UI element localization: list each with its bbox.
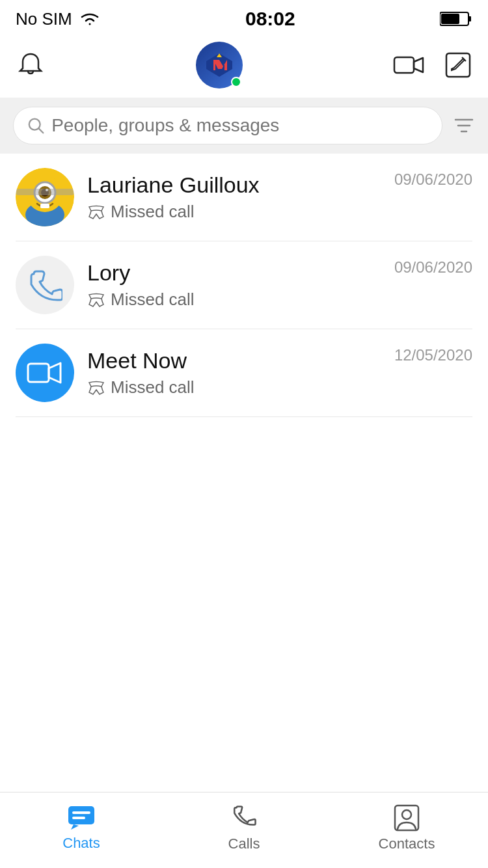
chat-status-lory: Missed call (87, 290, 381, 310)
chat-item-2[interactable]: Lory Missed call 09/06/2020 (0, 241, 488, 329)
compose-icon[interactable] (444, 51, 472, 79)
wifi-icon (79, 11, 101, 27)
app-header (0, 35, 488, 98)
svg-rect-21 (68, 806, 94, 824)
app-logo-container (196, 42, 243, 88)
chat-info-meetnow: Meet Now Missed call (87, 348, 381, 398)
missed-call-icon (87, 205, 105, 219)
svg-point-25 (402, 810, 411, 819)
battery-icon (440, 10, 472, 27)
chat-date-meetnow: 12/05/2020 (394, 344, 472, 364)
svg-rect-23 (72, 817, 85, 819)
chat-info-lory: Lory Missed call (87, 260, 381, 310)
chat-name-meetnow: Meet Now (87, 348, 381, 373)
chat-name-lory: Lory (87, 260, 381, 286)
calls-nav-label: Calls (228, 835, 260, 852)
video-avatar-icon (27, 360, 63, 386)
chats-nav-label: Chats (62, 835, 100, 852)
status-time: 08:02 (245, 8, 295, 30)
missed-call-label-lory: Missed call (111, 290, 195, 310)
header-left (16, 50, 46, 80)
divider-3 (16, 416, 472, 417)
search-container (0, 98, 488, 154)
search-icon (27, 116, 45, 135)
chat-status-meetnow: Missed call (87, 377, 381, 398)
svg-rect-2 (441, 14, 459, 24)
search-input[interactable] (51, 115, 429, 136)
carrier-info: No SIM (16, 9, 101, 29)
phone-avatar-icon (27, 267, 62, 303)
header-actions (393, 51, 472, 79)
status-bar: No SIM 08:02 (0, 0, 488, 35)
svg-rect-4 (394, 57, 414, 73)
nav-item-contacts[interactable]: Contacts (368, 804, 446, 852)
chat-item-3[interactable]: Meet Now Missed call 12/05/2020 (0, 329, 488, 416)
svg-rect-5 (446, 53, 470, 77)
chat-date-lory: 09/06/2020 (394, 256, 472, 277)
svg-rect-22 (72, 811, 90, 814)
missed-call-icon-2 (87, 293, 105, 307)
filter-icon[interactable] (453, 115, 475, 137)
teams-logo-icon (204, 49, 235, 81)
nav-item-calls[interactable]: Calls (205, 804, 283, 852)
contacts-nav-icon (394, 804, 420, 832)
missed-call-label-lauriane: Missed call (111, 202, 195, 222)
svg-rect-18 (16, 189, 74, 195)
search-bar[interactable] (13, 107, 442, 144)
calls-nav-icon (232, 804, 256, 832)
online-status-dot (231, 77, 241, 87)
bell-icon[interactable] (16, 50, 46, 80)
missed-call-icon-3 (87, 381, 105, 395)
chat-info-lauriane: Lauriane Guilloux Missed call (87, 172, 381, 222)
minion-avatar-icon (16, 168, 74, 226)
svg-rect-19 (40, 204, 49, 208)
bottom-navigation: Chats Calls Contacts (0, 792, 488, 868)
avatar-lory (16, 256, 74, 314)
chat-name-lauriane: Lauriane Guilloux (87, 172, 381, 198)
avatar-lauriane (16, 168, 74, 226)
chat-date-lauriane: 09/06/2020 (394, 168, 472, 189)
chat-item-1[interactable]: Lauriane Guilloux Missed call 09/06/2020 (0, 154, 488, 241)
contacts-nav-label: Contacts (379, 835, 435, 852)
status-right (440, 10, 472, 27)
nav-item-chats[interactable]: Chats (42, 805, 120, 852)
missed-call-label-meetnow: Missed call (111, 377, 195, 398)
carrier-text: No SIM (16, 9, 72, 29)
chats-nav-icon (67, 805, 96, 831)
video-call-icon[interactable] (393, 53, 426, 77)
avatar-meetnow (16, 344, 74, 402)
svg-rect-20 (28, 364, 49, 382)
svg-line-7 (39, 129, 44, 133)
svg-rect-1 (468, 16, 471, 21)
chat-list: Lauriane Guilloux Missed call 09/06/2020… (0, 154, 488, 417)
chat-status-lauriane: Missed call (87, 202, 381, 222)
